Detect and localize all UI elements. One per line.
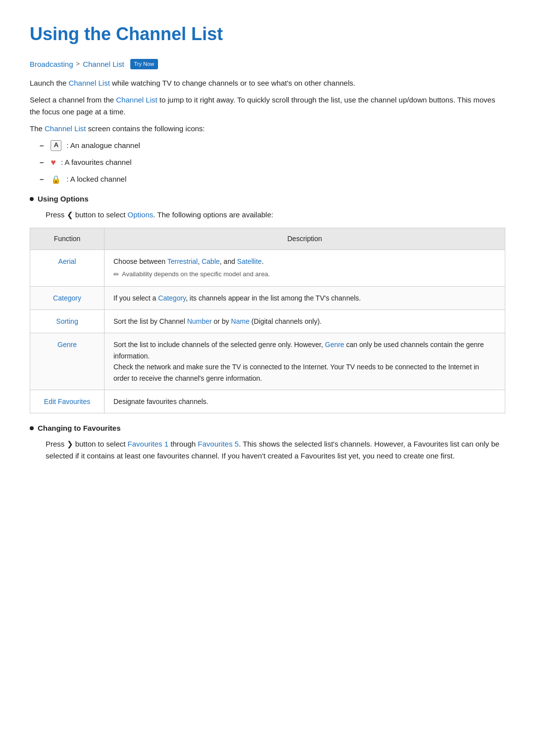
- sorting-link[interactable]: Sorting: [56, 317, 78, 325]
- table-cell-description: Sort the list by Channel Number or by Na…: [105, 309, 505, 333]
- aerial-link[interactable]: Aerial: [58, 257, 76, 265]
- options-table: Function Description Aerial Choose betwe…: [30, 228, 505, 413]
- edit-favourites-link[interactable]: Edit Favourites: [44, 398, 90, 405]
- lock-icon: 🔒: [51, 174, 61, 185]
- intro-paragraph-2: Select a channel from the Channel List t…: [30, 94, 505, 118]
- table-header-description: Description: [105, 228, 505, 250]
- using-options-title: Using Options: [30, 193, 505, 205]
- pencil-icon: ✏: [113, 269, 119, 280]
- table-row: Genre Sort the list to include channels …: [30, 333, 505, 390]
- category-link[interactable]: Category: [53, 294, 81, 302]
- favourites-desc: Press ❯ button to select Favourites 1 th…: [46, 438, 505, 462]
- table-cell-description: Choose between Terrestrial, Cable, and S…: [105, 250, 505, 286]
- try-now-badge[interactable]: Try Now: [130, 59, 159, 70]
- number-link[interactable]: Number: [187, 317, 212, 325]
- availability-note: ✏ Availability depends on the specific m…: [113, 269, 496, 280]
- channel-list-link-3[interactable]: Channel List: [45, 124, 86, 133]
- using-options-body: Press ❮ button to select Options. The fo…: [46, 209, 505, 221]
- chevron-left-icon: ❮: [67, 210, 73, 219]
- changing-to-favourites-title: Changing to Favourites: [30, 422, 505, 434]
- list-item: – 🔒 : A locked channel: [40, 173, 505, 185]
- analogue-desc: : An analogue channel: [66, 140, 140, 151]
- icon-list: – A : An analogue channel – ♥ : A favour…: [40, 140, 505, 186]
- page-title: Using the Channel List: [30, 20, 505, 49]
- table-cell-description: Sort the list to include channels of the…: [105, 333, 505, 390]
- satellite-link[interactable]: Satellite: [237, 257, 262, 265]
- dash: –: [40, 156, 44, 168]
- channel-list-link-1[interactable]: Channel List: [68, 79, 109, 87]
- dash: –: [40, 173, 44, 185]
- table-cell-function: Category: [30, 286, 105, 309]
- list-item: – ♥ : A favourites channel: [40, 155, 505, 170]
- channel-list-link-2[interactable]: Channel List: [116, 96, 157, 104]
- genre-desc-link[interactable]: Genre: [325, 341, 344, 349]
- options-desc: Press ❮ button to select Options. The fo…: [46, 209, 505, 221]
- dash: –: [40, 140, 44, 151]
- table-cell-function: Edit Favourites: [30, 390, 105, 413]
- table-cell-function: Sorting: [30, 309, 105, 333]
- cable-link[interactable]: Cable: [202, 257, 220, 265]
- table-row: Edit Favourites Designate favourites cha…: [30, 390, 505, 413]
- locked-desc: : A locked channel: [66, 173, 126, 185]
- terrestrial-link[interactable]: Terrestrial: [167, 257, 198, 265]
- options-link[interactable]: Options: [128, 210, 154, 219]
- table-row: Category If you select a Category, its c…: [30, 286, 505, 309]
- using-options-section: Using Options Press ❮ button to select O…: [30, 193, 505, 221]
- table-cell-function: Aerial: [30, 250, 105, 286]
- favourites-desc: : A favourites channel: [61, 156, 132, 168]
- favourites5-link[interactable]: Favourites 5: [198, 440, 239, 448]
- table-cell-description: If you select a Category, its channels a…: [105, 286, 505, 309]
- bullet-dot-2: [30, 426, 34, 430]
- table-cell-description: Designate favourites channels.: [105, 390, 505, 413]
- intro-paragraph-3: The Channel List screen contains the fol…: [30, 123, 505, 135]
- list-item: – A : An analogue channel: [40, 140, 505, 151]
- breadcrumb: Broadcasting > Channel List Try Now: [30, 58, 505, 70]
- genre-link[interactable]: Genre: [57, 341, 77, 349]
- breadcrumb-channel-list[interactable]: Channel List: [83, 58, 124, 70]
- heart-icon: ♥: [51, 155, 56, 170]
- table-header-function: Function: [30, 228, 105, 250]
- chevron-right-icon: ❯: [67, 440, 73, 448]
- favourites1-link[interactable]: Favourites 1: [128, 440, 169, 448]
- changing-to-favourites-section: Changing to Favourites Press ❯ button to…: [30, 422, 505, 462]
- breadcrumb-broadcasting[interactable]: Broadcasting: [30, 58, 73, 70]
- name-link[interactable]: Name: [231, 317, 249, 325]
- category-desc-link[interactable]: Category: [158, 294, 186, 302]
- table-cell-function: Genre: [30, 333, 105, 390]
- table-row: Sorting Sort the list by Channel Number …: [30, 309, 505, 333]
- table-row: Aerial Choose between Terrestrial, Cable…: [30, 250, 505, 286]
- analogue-icon: A: [51, 140, 61, 151]
- intro-paragraph-1: Launch the Channel List while watching T…: [30, 77, 505, 89]
- changing-to-favourites-body: Press ❯ button to select Favourites 1 th…: [46, 438, 505, 462]
- breadcrumb-separator: >: [76, 59, 80, 69]
- bullet-dot: [30, 197, 34, 201]
